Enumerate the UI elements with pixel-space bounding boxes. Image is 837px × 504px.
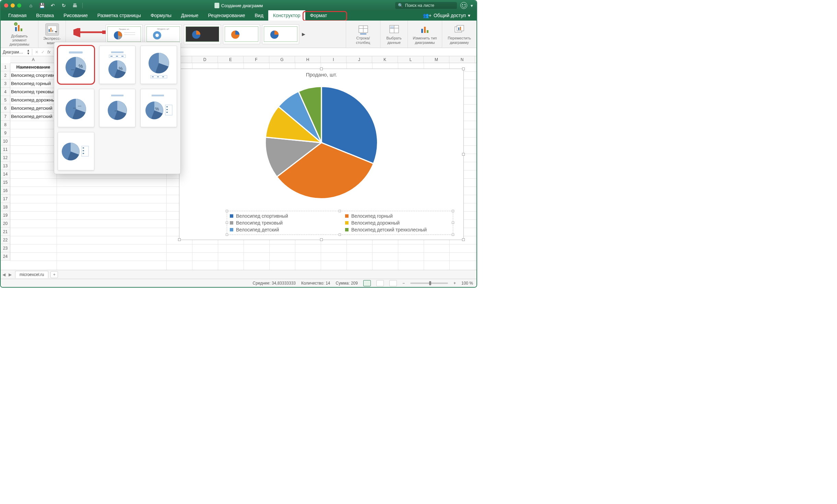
row-header[interactable]: 20 [1, 219, 10, 228]
row-header[interactable]: 23 [1, 244, 10, 252]
view-page-break-button[interactable] [389, 280, 397, 286]
legend-item[interactable]: Велосипед дорожный [345, 220, 450, 226]
column-header[interactable]: G [269, 56, 295, 63]
zoom-in-button[interactable]: + [453, 281, 456, 286]
column-header[interactable]: M [424, 56, 449, 63]
column-header[interactable]: N [449, 56, 475, 63]
search-input[interactable]: 🔍 Поиск на листе [395, 2, 457, 9]
row-header[interactable]: 19 [1, 211, 10, 219]
print-icon[interactable]: 🖶 [70, 2, 80, 9]
quick-layout-option-5[interactable]: — [99, 89, 136, 127]
row-header[interactable]: 7 [1, 112, 10, 121]
view-page-layout-button[interactable] [376, 280, 384, 286]
legend-item[interactable]: Велосипед спортивный [230, 213, 335, 219]
column-header[interactable]: L [398, 56, 424, 63]
share-button[interactable]: 👥+ Общий доступ ▾ [420, 13, 474, 18]
close-window[interactable] [4, 3, 8, 8]
column-header[interactable]: E [218, 56, 244, 63]
row-header[interactable]: 16 [1, 187, 10, 195]
row-header[interactable]: 12 [1, 154, 10, 162]
switch-row-column-button[interactable]: Строка/столбец [346, 21, 380, 48]
zoom-out-button[interactable]: − [402, 281, 405, 286]
redo-icon[interactable]: ↻ [59, 2, 69, 9]
quick-layout-option-6[interactable]: % [140, 89, 177, 127]
row-header[interactable]: 10 [1, 137, 10, 145]
legend-item[interactable]: Велосипед детский трехколесный [345, 227, 450, 232]
row-header[interactable]: 15 [1, 178, 10, 187]
row-header[interactable]: 1 [1, 63, 10, 71]
fx-icon[interactable]: fx [47, 50, 50, 55]
quick-layout-button[interactable] [45, 23, 59, 36]
add-sheet-button[interactable]: + [50, 271, 58, 278]
row-header[interactable]: 21 [1, 228, 10, 236]
column-header[interactable]: D [192, 56, 218, 63]
row-header[interactable]: 5 [1, 96, 10, 104]
tab-review[interactable]: Рецензирование [203, 10, 250, 21]
sheet-nav-next[interactable]: ▶ [7, 272, 13, 277]
minimize-window[interactable] [11, 3, 15, 8]
column-header[interactable]: J [346, 56, 372, 63]
cancel-formula-icon[interactable]: ✕ [35, 50, 38, 55]
namebox-stepper[interactable]: ▲▼ [27, 49, 30, 55]
row-header[interactable]: 4 [1, 88, 10, 96]
row-header[interactable]: 17 [1, 195, 10, 203]
tab-design[interactable]: Конструктор [268, 10, 305, 21]
quick-layout-option-2[interactable]: % [99, 46, 136, 84]
chart-style-5[interactable] [262, 24, 299, 44]
chart-legend[interactable]: Велосипед спортивныйВелосипед горныйВело… [227, 211, 453, 235]
tab-formulas[interactable]: Формулы [146, 10, 176, 21]
column-header[interactable]: K [372, 56, 398, 63]
quick-layout-option-3[interactable] [140, 46, 177, 84]
tab-page-layout[interactable]: Разметка страницы [93, 10, 146, 21]
home-icon[interactable]: ⌂ [26, 2, 36, 9]
feedback-icon[interactable] [460, 2, 467, 9]
tab-format[interactable]: Формат [305, 10, 332, 21]
chart-style-2[interactable]: ПРОДАНО, ШТ. [145, 24, 182, 44]
row-header[interactable]: 9 [1, 129, 10, 137]
undo-icon[interactable]: ↶ [48, 2, 58, 9]
legend-item[interactable]: Велосипед горный [345, 213, 450, 219]
chart-style-4[interactable] [223, 24, 260, 44]
column-header[interactable]: I [321, 56, 346, 63]
tab-home[interactable]: Главная [3, 10, 31, 21]
tab-view[interactable]: Вид [250, 10, 268, 21]
row-header[interactable]: 6 [1, 104, 10, 112]
tab-data[interactable]: Данные [176, 10, 203, 21]
column-header[interactable]: F [244, 56, 269, 63]
chevron-down-icon[interactable]: ▾ [471, 3, 473, 8]
row-header[interactable]: 3 [1, 80, 10, 88]
chart-style-3[interactable] [184, 24, 221, 44]
cell[interactable]: Наименование [11, 63, 56, 71]
select-data-button[interactable]: Выбрать данные [380, 21, 408, 48]
row-header[interactable]: 8 [1, 121, 10, 129]
column-header[interactable]: H [295, 56, 321, 63]
maximize-window[interactable] [17, 3, 21, 8]
name-box[interactable]: Диаграм… ▲▼ [1, 49, 32, 55]
legend-item[interactable]: Велосипед трековый [230, 220, 335, 226]
quick-layout-option-7[interactable] [58, 132, 94, 170]
row-header[interactable]: 24 [1, 252, 10, 261]
styles-scroll-right[interactable]: ▶ [301, 32, 306, 37]
move-chart-button[interactable]: Переместить диаграмму [442, 21, 476, 48]
add-chart-element-button[interactable]: + Добавить элемент диаграммы [1, 21, 38, 48]
row-header[interactable]: 11 [1, 145, 10, 154]
row-header[interactable]: 2 [1, 71, 10, 80]
sheet-nav-prev[interactable]: ◀ [1, 272, 7, 277]
quick-layout-option-4[interactable]: —— [58, 89, 94, 127]
chart-object[interactable]: Продано, шт. Велосипед спортивныйВелосип… [179, 69, 464, 240]
row-header[interactable]: 13 [1, 162, 10, 170]
row-header[interactable]: 22 [1, 236, 10, 244]
save-icon[interactable]: 💾 [37, 2, 47, 9]
zoom-slider[interactable] [410, 283, 448, 284]
row-header[interactable]: 14 [1, 170, 10, 178]
pie-chart[interactable] [179, 81, 463, 204]
confirm-formula-icon[interactable]: ✓ [41, 50, 45, 55]
legend-item[interactable]: Велосипед детский [230, 227, 335, 232]
tab-draw[interactable]: Рисование [59, 10, 93, 21]
column-header[interactable]: A [10, 56, 57, 63]
row-header[interactable]: 18 [1, 203, 10, 211]
tab-insert[interactable]: Вставка [31, 10, 59, 21]
quick-layout-option-1[interactable]: —% [58, 46, 94, 84]
chart-style-1[interactable]: Продано, шт. [106, 24, 143, 44]
change-chart-type-button[interactable]: Изменить тип диаграммы [408, 21, 442, 48]
